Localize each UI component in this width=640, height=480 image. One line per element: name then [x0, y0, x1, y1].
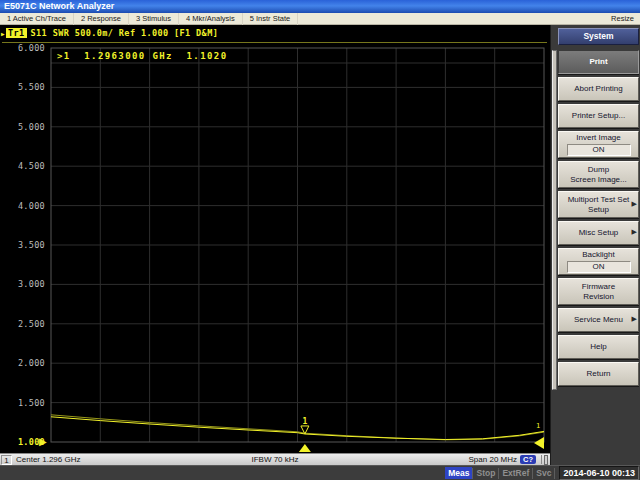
- right-reference-arrow-icon: [534, 437, 544, 449]
- reference-level-arrow-icon: ▶: [39, 436, 51, 448]
- softkey-label: Print: [589, 57, 607, 67]
- softkey-label: Service Menu: [574, 315, 623, 325]
- resize-button[interactable]: Resize: [605, 14, 640, 23]
- trace-status-underline: [2, 42, 547, 43]
- marker-stimulus-arrow-icon[interactable]: [299, 444, 311, 452]
- y-axis-label: 3.500: [0, 240, 45, 250]
- softkey-service-menu[interactable]: Service Menu▶: [558, 308, 639, 332]
- softkey-label: Revision: [583, 292, 614, 302]
- softkey-return[interactable]: Return: [558, 362, 639, 386]
- menu-bar: 1 Active Ch/Trace2 Response3 Stimulus4 M…: [0, 13, 640, 25]
- softkey-panel: System PrintAbort PrintingPrinter Setup.…: [550, 25, 640, 465]
- softkey-label: Multiport Test Set: [568, 195, 630, 205]
- softkey-misc-setup[interactable]: Misc Setup▶: [558, 221, 639, 245]
- graticule-svg: 11: [0, 25, 550, 453]
- span-value: Span 20 MHz: [469, 455, 517, 464]
- graph-area: 11 ▶ Tr1 S11 SWR 500.0m/ Ref 1.000 [F1 D…: [0, 25, 550, 453]
- y-axis-label: 5.000: [0, 122, 45, 132]
- softkey-abort-printing[interactable]: Abort Printing: [558, 77, 639, 101]
- span-group: Span 20 MHz C?: [469, 455, 550, 465]
- menu-item-2-response[interactable]: 2 Response: [74, 13, 129, 25]
- submenu-arrow-icon: ▶: [632, 200, 637, 208]
- y-axis-label: 1.500: [0, 398, 45, 408]
- y-axis-label: 3.000: [0, 279, 45, 289]
- y-axis-label: 4.500: [0, 161, 45, 171]
- marker-1-label: 1: [302, 417, 307, 426]
- divider: [554, 468, 555, 479]
- menu-item-4-mkr-analysis[interactable]: 4 Mkr/Analysis: [179, 13, 243, 25]
- active-trace-arrow-icon: ▶: [1, 30, 5, 37]
- softkey-dump-screen-image[interactable]: DumpScreen Image...: [558, 161, 639, 188]
- softkey-label: Screen Image...: [570, 175, 626, 185]
- center-frequency: Center 1.296 GHz: [16, 455, 80, 464]
- status-stop: Stop: [473, 467, 498, 479]
- softkey-label: Firmware: [582, 282, 615, 292]
- clock: 2014-06-10 00:13: [559, 466, 639, 480]
- y-axis-label: 6.000: [0, 43, 45, 53]
- softkey-multiport-test-set-setup[interactable]: Multiport Test SetSetup▶: [558, 191, 639, 218]
- menu-item-5-instr-state[interactable]: 5 Instr State: [243, 13, 298, 25]
- y-axis-label: 4.000: [0, 201, 45, 211]
- softkey-invert-image[interactable]: Invert ImageON: [558, 131, 639, 158]
- status-svc: Svc: [533, 467, 554, 479]
- cal-status-badge: C?: [520, 455, 536, 464]
- marker-readout: >1 1.2963000 GHz 1.1020: [57, 51, 227, 61]
- submenu-arrow-icon: ▶: [632, 228, 637, 236]
- trace-status-line: ▶ Tr1 S11 SWR 500.0m/ Ref 1.000 [F1 D&M]: [1, 28, 218, 38]
- softkey-print[interactable]: Print: [558, 50, 639, 74]
- softkey-label: Backlight: [582, 250, 614, 260]
- softkey-scroll-strip[interactable]: [552, 50, 557, 390]
- softkey-label: Return: [586, 369, 610, 379]
- softkey-toggle-state: ON: [567, 261, 631, 273]
- softkey-toggle-state: ON: [567, 144, 631, 156]
- ifbw-value: IFBW 70 kHz: [200, 455, 350, 464]
- channel-status-bar: 1 Center 1.296 GHz IFBW 70 kHz Span 20 M…: [0, 453, 550, 465]
- softkey-label: Printer Setup...: [572, 111, 625, 121]
- status-indicators: MeasStopExtRefSvc: [445, 467, 555, 479]
- softkey-label: Help: [590, 342, 606, 352]
- title-bar: E5071C Network Analyzer: [0, 0, 640, 13]
- softkey-firmware-revision[interactable]: FirmwareRevision: [558, 278, 639, 305]
- status-tick-icon: [544, 455, 548, 465]
- softkey-label: Setup: [588, 205, 609, 215]
- y-axis-label: 2.500: [0, 319, 45, 329]
- status-meas: Meas: [445, 467, 472, 479]
- channel-number: 1: [1, 455, 12, 465]
- window-title: E5071C Network Analyzer: [4, 1, 114, 11]
- menu-items: 1 Active Ch/Trace2 Response3 Stimulus4 M…: [0, 13, 298, 25]
- status-extref: ExtRef: [499, 467, 532, 479]
- softkey-label: Misc Setup: [579, 228, 619, 238]
- softkey-buttons: PrintAbort PrintingPrinter Setup...Inver…: [558, 50, 639, 386]
- divider: [541, 455, 542, 464]
- trace-number-label: 1: [536, 422, 540, 430]
- menu-item-3-stimulus[interactable]: 3 Stimulus: [129, 13, 179, 25]
- softkey-backlight[interactable]: BacklightON: [558, 248, 639, 275]
- softkey-label: Invert Image: [576, 133, 620, 143]
- instrument-status-bar: MeasStopExtRefSvc 2014-06-10 00:13: [0, 465, 640, 480]
- trace-status-text: S11 SWR 500.0m/ Ref 1.000 [F1 D&M]: [31, 28, 219, 38]
- y-axis-label: 2.000: [0, 358, 45, 368]
- softkey-label: Dump: [588, 165, 609, 175]
- menu-item-1-active-ch-trace[interactable]: 1 Active Ch/Trace: [0, 13, 74, 25]
- trace-badge[interactable]: Tr1: [6, 28, 27, 38]
- softkey-menu-title: System: [558, 28, 639, 45]
- softkey-printer-setup[interactable]: Printer Setup...: [558, 104, 639, 128]
- y-axis-label: 5.500: [0, 82, 45, 92]
- softkey-label: Abort Printing: [574, 84, 622, 94]
- softkey-help[interactable]: Help: [558, 335, 639, 359]
- submenu-arrow-icon: ▶: [632, 315, 637, 323]
